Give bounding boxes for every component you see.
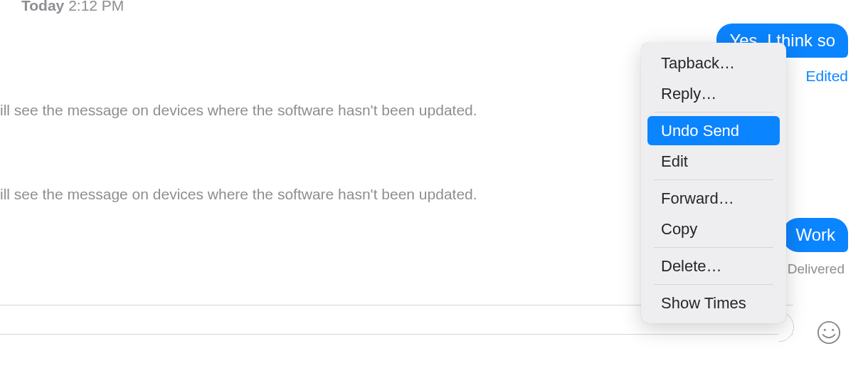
- timestamp-day: Today: [21, 0, 64, 14]
- system-message: ill see the message on devices where the…: [0, 102, 477, 119]
- menu-item-forward[interactable]: Forward…: [648, 184, 779, 213]
- menu-separator: [654, 284, 773, 285]
- timestamp-time: 2:12 PM: [68, 0, 124, 14]
- message-text: Work: [795, 225, 835, 244]
- emoji-picker-button[interactable]: [816, 321, 842, 347]
- sent-message-bubble[interactable]: Work: [783, 218, 848, 252]
- message-status-delivered: Delivered: [788, 261, 845, 277]
- svg-point-1: [824, 329, 826, 331]
- menu-separator: [654, 112, 773, 113]
- menu-item-delete[interactable]: Delete…: [648, 251, 779, 281]
- svg-point-0: [818, 322, 840, 343]
- message-status-edited[interactable]: Edited: [805, 68, 848, 85]
- system-message: ill see the message on devices where the…: [0, 186, 477, 203]
- conversation-timestamp: Today 2:12 PM: [21, 0, 124, 14]
- menu-item-show-times[interactable]: Show Times: [648, 288, 779, 318]
- menu-item-copy[interactable]: Copy: [648, 214, 779, 244]
- menu-item-reply[interactable]: Reply…: [648, 79, 779, 108]
- menu-separator: [654, 179, 773, 180]
- message-context-menu: Tapback…Reply…Undo SendEditForward…CopyD…: [641, 43, 786, 323]
- menu-separator: [654, 247, 773, 248]
- menu-item-tapback[interactable]: Tapback…: [648, 48, 779, 78]
- smiley-icon: [817, 320, 841, 348]
- menu-item-edit[interactable]: Edit: [648, 147, 779, 176]
- menu-item-undo-send[interactable]: Undo Send: [647, 116, 780, 145]
- svg-point-2: [832, 329, 834, 331]
